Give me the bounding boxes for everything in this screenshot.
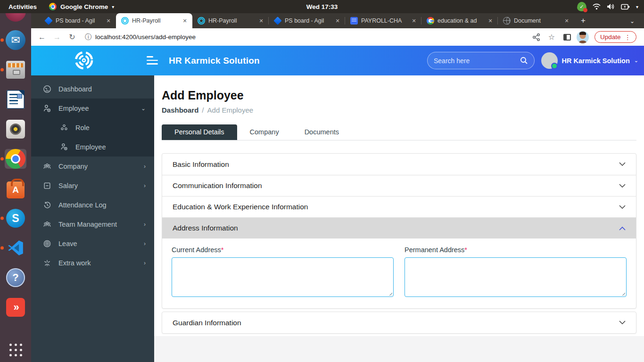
accordion-education-work-information[interactable]: Education & Work Experience Information xyxy=(162,196,636,217)
app-logo-icon xyxy=(74,50,94,70)
close-icon[interactable]: ✕ xyxy=(487,17,494,25)
tab-documents[interactable]: Documents xyxy=(292,124,352,140)
share-icon[interactable] xyxy=(533,33,540,41)
dock-thunderbird[interactable] xyxy=(5,30,26,50)
user-name: HR Karmick Solution xyxy=(562,57,630,65)
current-address-label: Current Address xyxy=(172,246,221,254)
profile-avatar[interactable] xyxy=(577,31,589,43)
sidebar-item-dashboard[interactable]: Dashboard xyxy=(31,79,154,99)
new-tab-button[interactable]: + xyxy=(581,16,586,25)
required-mark: * xyxy=(464,246,467,254)
caret-down-icon: ▾ xyxy=(112,4,114,9)
people-group-icon xyxy=(42,220,52,229)
app-menu[interactable]: Google Chrome ▾ xyxy=(49,3,114,10)
browser-tab[interactable]: PS board - Agil ✕ xyxy=(40,13,116,28)
close-icon[interactable]: ✕ xyxy=(181,17,189,25)
dock-file-archiver[interactable] xyxy=(5,60,26,80)
reload-button[interactable]: ↻ xyxy=(66,31,78,43)
dock-app-grid[interactable] xyxy=(5,337,26,356)
url-text[interactable]: localhost:4200/users/add-employee xyxy=(95,33,196,41)
volume-icon xyxy=(607,3,615,10)
permanent-address-field: Permanent Address* xyxy=(405,246,627,297)
sidebar-item-extra-work[interactable]: Extra work › xyxy=(31,253,154,272)
question-icon: ? xyxy=(6,268,25,287)
accordion-communication-information[interactable]: Communication Information xyxy=(162,175,636,196)
browser-tab[interactable]: PS board - Agil ✕ xyxy=(269,13,345,28)
tab-company[interactable]: Company xyxy=(237,124,292,140)
software-bag-icon: A xyxy=(7,181,25,198)
spark-icon xyxy=(42,259,52,267)
desktop: Activities Google Chrome ▾ Wed 17:33 ✓ xyxy=(0,0,644,362)
dock-rhythmbox[interactable] xyxy=(5,119,26,139)
chrome-icon xyxy=(6,149,25,169)
system-tray[interactable]: ✓ ▾ xyxy=(577,2,638,11)
speaker-icon xyxy=(6,120,25,139)
browser-tab[interactable]: HR-Payroll ✕ xyxy=(192,13,269,28)
dock-skype[interactable]: S xyxy=(5,208,26,228)
vscode-icon xyxy=(7,239,25,257)
close-icon[interactable]: ✕ xyxy=(257,17,265,25)
breadcrumb-dashboard[interactable]: Dashboard xyxy=(162,106,198,114)
clock[interactable]: Wed 17:33 xyxy=(306,3,338,10)
accordion-guardian-card: Guardian Information xyxy=(162,312,636,334)
tray-caret-icon: ▾ xyxy=(636,4,638,9)
user-menu[interactable]: HR Karmick Solution ⌄ xyxy=(541,46,638,75)
browser-tab[interactable]: education & ad ✕ xyxy=(421,13,498,28)
menu-dots-icon[interactable]: ⋮ xyxy=(625,33,631,41)
target-icon xyxy=(42,239,52,248)
dock-anydesk[interactable]: » xyxy=(5,297,26,317)
close-icon[interactable]: ✕ xyxy=(334,17,341,25)
sidebar-item-attendance-log[interactable]: Attendance Log xyxy=(31,195,154,214)
sidebar-item-employee[interactable]: Employee ⌄ xyxy=(31,99,154,118)
forward-button[interactable]: → xyxy=(51,31,63,43)
accordion-basic-information[interactable]: Basic Information xyxy=(162,154,636,175)
close-icon[interactable]: ✕ xyxy=(563,17,570,25)
search-box[interactable] xyxy=(427,52,535,69)
back-button[interactable]: ← xyxy=(36,31,48,43)
user-avatar xyxy=(541,52,558,69)
dock-vscode[interactable] xyxy=(5,238,26,258)
browser-tab[interactable]: Document ✕ xyxy=(498,13,574,28)
role-nodes-icon xyxy=(59,123,69,132)
accordion-guardian-information[interactable]: Guardian Information xyxy=(162,312,636,333)
bookmark-star-icon[interactable]: ☆ xyxy=(545,31,558,43)
current-address-textarea[interactable] xyxy=(172,257,394,297)
close-icon[interactable]: ✕ xyxy=(410,17,418,25)
search-icon[interactable] xyxy=(520,57,528,65)
hamburger-menu-icon[interactable] xyxy=(147,56,158,65)
dock-libreoffice-writer[interactable] xyxy=(5,90,26,109)
browser-window: PS board - Agil ✕ HR-Payroll ✕ HR-Payrol… xyxy=(31,13,644,362)
browser-tab[interactable]: PAYROLL-CHA ✕ xyxy=(345,13,421,28)
sidebar-item-leave[interactable]: Leave › xyxy=(31,234,154,253)
tab-search-icon[interactable]: ⌄ xyxy=(630,18,635,25)
sidebar-item-salary[interactable]: Salary › xyxy=(31,176,154,195)
activities-button[interactable]: Activities xyxy=(8,3,37,10)
site-info-icon[interactable]: ⓘ xyxy=(85,33,91,41)
search-input[interactable] xyxy=(434,57,520,65)
dock-help[interactable]: ? xyxy=(5,268,26,288)
page-title: Add Employee xyxy=(162,89,636,102)
dock-ubuntu-software[interactable]: A xyxy=(5,179,26,198)
sidebar-item-team-management[interactable]: Team Management › xyxy=(31,214,154,234)
tab-strip: PS board - Agil ✕ HR-Payroll ✕ HR-Payrol… xyxy=(31,13,644,28)
accordion-address-information[interactable]: Address Information xyxy=(162,217,636,239)
side-panel-icon[interactable] xyxy=(563,34,571,41)
current-address-field: Current Address* xyxy=(172,246,394,297)
sidebar-item-employee-sub[interactable]: Employee xyxy=(31,137,154,156)
browser-tab-active[interactable]: HR-Payroll ✕ xyxy=(116,13,192,28)
chrome-icon xyxy=(49,3,57,10)
address-bar[interactable]: ⓘ localhost:4200/users/add-employee xyxy=(85,33,530,41)
dock-chrome[interactable] xyxy=(5,149,26,169)
close-icon[interactable]: ✕ xyxy=(105,17,112,25)
anydesk-icon: » xyxy=(6,298,25,317)
hr-payroll-icon xyxy=(198,17,205,25)
app-menu-label: Google Chrome xyxy=(60,3,108,10)
permanent-address-textarea[interactable] xyxy=(405,257,627,297)
breadcrumb: Dashboard / Add Employee xyxy=(162,106,636,114)
tab-personal-details[interactable]: Personal Details xyxy=(162,124,237,140)
sidebar-item-company[interactable]: Company › xyxy=(31,156,154,176)
hr-payroll-icon xyxy=(121,17,129,25)
update-button[interactable]: Update ⋮ xyxy=(594,31,636,43)
sidebar-item-role[interactable]: Role xyxy=(31,118,154,137)
notification-badge-icon[interactable]: ✓ xyxy=(577,2,586,11)
